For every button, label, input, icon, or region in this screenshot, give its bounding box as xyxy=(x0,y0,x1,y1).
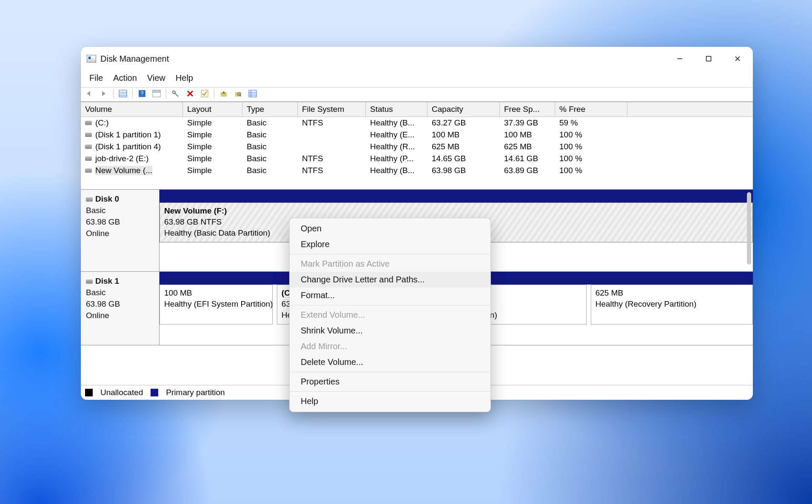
context-menu-item[interactable]: Shrink Volume... xyxy=(290,323,490,339)
partition-bar xyxy=(160,190,753,202)
maximize-button[interactable] xyxy=(694,50,723,67)
volume-row[interactable]: New Volume (...SimpleBasicNTFSHealthy (B… xyxy=(81,165,753,177)
legend-primary: Primary partition xyxy=(166,388,225,397)
volume-pctfree: 100 % xyxy=(555,165,627,177)
disk-icon xyxy=(85,121,92,125)
minimize-button[interactable] xyxy=(665,50,694,67)
context-menu-item[interactable]: Explore xyxy=(290,236,490,252)
disk-icon xyxy=(85,133,92,137)
volume-free: 14.61 GB xyxy=(500,153,555,165)
volume-row[interactable]: job-drive-2 (E:)SimpleBasicNTFSHealthy (… xyxy=(81,153,753,165)
svg-rect-0 xyxy=(707,57,711,61)
volume-capacity: 14.65 GB xyxy=(427,153,500,165)
column-capacity[interactable]: Capacity xyxy=(427,102,500,117)
context-menu-item[interactable]: Open xyxy=(290,221,490,236)
column-status[interactable]: Status xyxy=(366,102,427,117)
volume-filesystem: NTFS xyxy=(298,117,366,129)
volume-layout: Simple xyxy=(183,141,242,153)
help-icon: ? xyxy=(138,90,146,97)
column-layout[interactable]: Layout xyxy=(183,102,242,117)
context-menu-item[interactable]: Help xyxy=(290,393,490,409)
properties-button[interactable] xyxy=(151,88,162,99)
context-menu: OpenExploreMark Partition as ActiveChang… xyxy=(289,218,491,412)
menu-help[interactable]: Help xyxy=(171,72,197,84)
disk-type: Basic xyxy=(86,287,154,298)
check-button[interactable] xyxy=(199,88,210,99)
help-button[interactable]: ? xyxy=(137,88,147,99)
menu-separator xyxy=(290,372,490,372)
disk-size: 63.98 GB xyxy=(86,216,154,228)
volume-type: Basic xyxy=(242,117,298,129)
volume-layout: Simple xyxy=(183,129,242,141)
disk-name: Disk 1 xyxy=(95,276,119,285)
volume-row[interactable]: (C:)SimpleBasicNTFSHealthy (B...63.27 GB… xyxy=(81,117,753,129)
disk-name: Disk 0 xyxy=(95,194,119,203)
context-menu-item[interactable]: Properties xyxy=(290,374,490,390)
partition[interactable]: 100 MBHealthy (EFI System Partition) xyxy=(160,285,273,325)
legend-unallocated: Unallocated xyxy=(100,388,143,397)
partition-status: Healthy (Recovery Partition) xyxy=(595,299,748,310)
volume-free: 100 MB xyxy=(500,129,555,141)
close-button[interactable] xyxy=(723,50,752,67)
forward-button[interactable] xyxy=(99,88,109,99)
menu-action[interactable]: Action xyxy=(109,72,141,84)
search-button[interactable] xyxy=(233,88,243,99)
partition[interactable]: 625 MBHealthy (Recovery Partition) xyxy=(591,285,753,325)
volume-filesystem: NTFS xyxy=(298,153,366,165)
arrow-right-icon xyxy=(100,90,108,97)
close-icon xyxy=(735,56,741,62)
detail-view-icon xyxy=(248,90,257,97)
properties-icon xyxy=(152,90,161,97)
disk-info[interactable]: Disk 0Basic63.98 GBOnline xyxy=(81,190,160,271)
volume-pctfree: 59 % xyxy=(555,117,627,129)
disk-icon xyxy=(85,168,92,173)
volume-capacity: 63.98 GB xyxy=(427,165,500,177)
context-menu-item[interactable]: Change Drive Letter and Paths... xyxy=(290,272,490,288)
disk-icon xyxy=(85,145,92,149)
partition-title: New Volume (F:) xyxy=(164,205,748,216)
delete-button[interactable] xyxy=(185,88,195,99)
up-button[interactable] xyxy=(219,88,229,99)
volume-row[interactable]: (Disk 1 partition 1)SimpleBasicHealthy (… xyxy=(81,129,753,141)
svg-rect-5 xyxy=(153,90,160,92)
disk-size: 63.98 GB xyxy=(86,298,154,310)
column-free[interactable]: Free Sp... xyxy=(500,102,555,117)
volume-name: New Volume (... xyxy=(95,166,152,175)
column-type[interactable]: Type xyxy=(242,102,298,117)
context-menu-item: Extend Volume... xyxy=(290,307,490,323)
view-list-button[interactable] xyxy=(118,88,128,99)
volume-name: (C:) xyxy=(95,118,109,128)
disk-state: Online xyxy=(86,228,154,239)
arrow-left-icon xyxy=(85,90,94,97)
volume-status: Healthy (B... xyxy=(366,165,427,177)
context-menu-item[interactable]: Format... xyxy=(290,288,490,303)
volume-free: 37.39 GB xyxy=(500,117,555,129)
disk-state: Online xyxy=(86,310,154,321)
context-menu-item[interactable]: Delete Volume... xyxy=(290,354,490,370)
column-filesystem[interactable]: File System xyxy=(298,102,366,117)
volume-list: Volume Layout Type File System Status Ca… xyxy=(81,102,753,189)
menu-view[interactable]: View xyxy=(143,72,170,84)
volume-status: Healthy (B... xyxy=(366,117,427,129)
folder-search-icon xyxy=(234,90,242,97)
volume-filesystem: NTFS xyxy=(298,165,366,177)
disk-info[interactable]: Disk 1Basic63.98 GBOnline xyxy=(81,272,160,345)
vertical-scrollbar[interactable] xyxy=(747,192,751,265)
back-button[interactable] xyxy=(84,88,94,99)
titlebar[interactable]: Disk Management xyxy=(81,47,753,71)
volume-capacity: 100 MB xyxy=(427,129,500,141)
volume-free: 63.89 GB xyxy=(500,165,555,177)
volume-status: Healthy (E... xyxy=(366,129,427,141)
column-volume[interactable]: Volume xyxy=(81,102,183,117)
volume-capacity: 63.27 GB xyxy=(427,117,500,129)
detail-view-button[interactable] xyxy=(248,88,258,99)
volume-name: (Disk 1 partition 4) xyxy=(95,142,161,151)
volume-filesystem xyxy=(298,141,366,153)
menu-file[interactable]: File xyxy=(85,72,107,84)
volume-type: Basic xyxy=(242,165,298,177)
volume-row[interactable]: (Disk 1 partition 4)SimpleBasicHealthy (… xyxy=(81,141,753,153)
column-pctfree[interactable]: % Free xyxy=(555,102,627,117)
settings-button[interactable] xyxy=(171,88,181,99)
volume-pctfree: 100 % xyxy=(555,129,627,141)
disk-icon xyxy=(86,279,93,284)
